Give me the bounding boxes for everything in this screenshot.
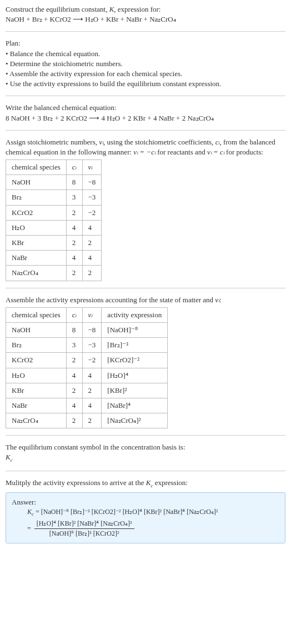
cell-ci: 2 — [66, 413, 82, 428]
col-activity: activity expression — [102, 307, 168, 322]
cell-activity: [Br₂]⁻³ — [102, 338, 168, 353]
cell-nu: 4 — [82, 251, 102, 266]
nu-header: νᵢ — [88, 311, 93, 319]
divider — [6, 435, 285, 436]
kc-inline: Kc — [146, 478, 153, 487]
answer-fraction: [H₂O]⁴ [KBr]² [NaBr]⁴ [Na₂CrO₄]² [NaOH]⁸… — [34, 519, 134, 538]
divider — [6, 96, 285, 96]
col-species: chemical species — [6, 307, 67, 322]
stoich-table: chemical species cᵢ νᵢ NaOH8−8 Br₂3−3 KC… — [6, 159, 102, 281]
answer-product: [NaOH]⁻⁸ [Br₂]⁻³ [KCrO2]⁻² [H₂O]⁴ [KBr]²… — [41, 508, 218, 516]
cell-nu: 4 — [82, 220, 102, 235]
cell-nu: 2 — [82, 266, 102, 281]
cell-ci: 8 — [66, 322, 82, 337]
cell-nu: 4 — [82, 398, 102, 413]
answer-box: Answer: Kc = [NaOH]⁻⁸ [Br₂]⁻³ [KCrO2]⁻² … — [6, 492, 285, 543]
cell-species: NaBr — [6, 251, 67, 266]
plan-block: Plan: • Balance the chemical equation. •… — [6, 38, 285, 89]
assign-text: for reactants and — [155, 148, 207, 156]
divider — [6, 31, 285, 32]
plan-item: • Determine the stoichiometric numbers. — [6, 59, 285, 69]
fraction-denominator: [NaOH]⁸ [Br₂]³ [KCrO2]² — [34, 529, 134, 538]
cell-species: NaOH — [6, 322, 67, 337]
cell-ci: 2 — [66, 236, 82, 251]
cell-nu: −8 — [82, 322, 102, 337]
cell-species: KCrO2 — [6, 205, 67, 220]
plan-item: • Assemble the activity expression for e… — [6, 69, 285, 79]
divider — [6, 288, 285, 288]
nu-symbol: νᵢ — [215, 296, 219, 304]
cell-nu: −3 — [82, 190, 102, 205]
cell-nu: −2 — [82, 353, 102, 368]
cell-ci: 3 — [66, 190, 82, 205]
cell-species: KCrO2 — [6, 353, 67, 368]
answer-label: Answer: — [12, 497, 279, 507]
col-ci: cᵢ — [66, 160, 82, 175]
cell-species: KBr — [6, 383, 67, 398]
divider — [6, 471, 285, 471]
table-row: KBr22 — [6, 236, 102, 251]
col-species: chemical species — [6, 160, 67, 175]
col-nu: νᵢ — [82, 307, 102, 322]
answer-line2: = [H₂O]⁴ [KBr]² [NaBr]⁴ [Na₂CrO₄]² [NaOH… — [27, 519, 279, 538]
fraction-numerator: [H₂O]⁴ [KBr]² [NaBr]⁴ [Na₂CrO₄]² — [34, 519, 134, 529]
cell-species: H₂O — [6, 220, 67, 235]
table-header-row: chemical species cᵢ νᵢ — [6, 160, 102, 175]
cell-activity: [Na₂CrO₄]² — [102, 413, 168, 428]
table-row: KCrO22−2 — [6, 205, 102, 220]
header-line1: Construct the equilibrium constant, K, e… — [6, 4, 285, 14]
plan-title: Plan: — [6, 38, 285, 48]
cell-species: NaBr — [6, 398, 67, 413]
table-row: KCrO22−2[KCrO2]⁻² — [6, 353, 168, 368]
plan-list: • Balance the chemical equation. • Deter… — [6, 49, 285, 89]
kc-text: The equilibrium constant symbol in the c… — [6, 442, 285, 452]
balanced-title: Write the balanced chemical equation: — [6, 103, 285, 113]
nu-symbol: νᵢ — [99, 138, 103, 146]
ci-header: cᵢ — [72, 163, 77, 171]
assign-block: Assign stoichiometric numbers, νᵢ, using… — [6, 137, 285, 157]
cell-ci: 2 — [66, 353, 82, 368]
rel-prod: νᵢ = cᵢ — [207, 148, 224, 156]
cell-nu: 2 — [82, 236, 102, 251]
cell-activity: [H₂O]⁴ — [102, 368, 168, 383]
balanced-block: Write the balanced chemical equation: 8 … — [6, 103, 285, 123]
header-block: Construct the equilibrium constant, K, e… — [6, 4, 285, 24]
table-row: NaOH8−8 — [6, 175, 102, 190]
assemble-text: : — [219, 296, 222, 304]
cell-ci: 4 — [66, 220, 82, 235]
cell-ci: 2 — [66, 383, 82, 398]
cell-ci: 2 — [66, 205, 82, 220]
cell-ci: 2 — [66, 266, 82, 281]
answer-line1: Kc = [NaOH]⁻⁸ [Br₂]⁻³ [KCrO2]⁻² [H₂O]⁴ [… — [27, 507, 279, 518]
cell-nu: 2 — [82, 383, 102, 398]
col-ci: cᵢ — [66, 307, 82, 322]
header-equation: NaOH + Br₂ + KCrO2 ⟶ H₂O + KBr + NaBr + … — [6, 14, 285, 24]
nu-header: νᵢ — [88, 163, 93, 171]
assemble-block: Assemble the activity expressions accoun… — [6, 295, 285, 305]
assemble-text: Assemble the activity expressions accoun… — [6, 296, 215, 304]
table-row: NaBr44 — [6, 251, 102, 266]
table-row: Na₂CrO₄22[Na₂CrO₄]² — [6, 413, 168, 428]
cell-nu: 4 — [82, 368, 102, 383]
table-row: H₂O44 — [6, 220, 102, 235]
kc-lhs: Kc — [27, 508, 34, 516]
ci-header: cᵢ — [72, 311, 77, 319]
table-row: NaBr44[NaBr]⁴ — [6, 398, 168, 413]
cell-species: Na₂CrO₄ — [6, 266, 67, 281]
cell-species: NaOH — [6, 175, 67, 190]
cell-species: KBr — [6, 236, 67, 251]
cell-species: H₂O — [6, 368, 67, 383]
cell-species: Br₂ — [6, 190, 67, 205]
multiply-block: Mulitply the activity expressions to arr… — [6, 478, 285, 489]
activity-table: chemical species cᵢ νᵢ activity expressi… — [6, 307, 168, 429]
table-row: Na₂CrO₄22 — [6, 266, 102, 281]
cell-ci: 4 — [66, 251, 82, 266]
cell-ci: 4 — [66, 368, 82, 383]
divider — [6, 130, 285, 131]
table-row: Br₂3−3 — [6, 190, 102, 205]
kc-symbol-block: The equilibrium constant symbol in the c… — [6, 442, 285, 463]
cell-species: Br₂ — [6, 338, 67, 353]
table-header-row: chemical species cᵢ νᵢ activity expressi… — [6, 307, 168, 322]
cell-ci: 4 — [66, 398, 82, 413]
assign-text: , using the stoichiometric coefficients, — [103, 138, 215, 146]
